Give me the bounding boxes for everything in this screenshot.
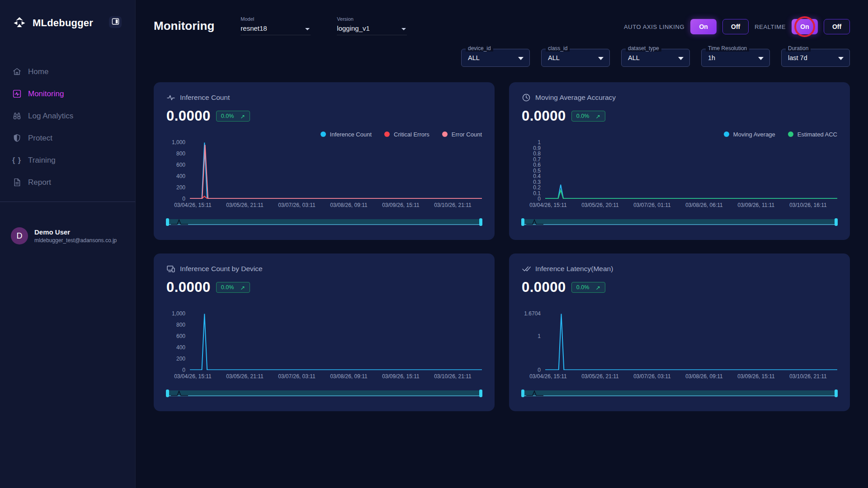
y-axis-tick: 1,000: [172, 139, 185, 145]
slider-handle-left[interactable]: [166, 389, 169, 397]
legend-label: Moving Average: [733, 131, 775, 138]
filter-select-dataset-type[interactable]: dataset_typeALL: [621, 49, 690, 67]
sidebar-item-label: Log Analytics: [28, 112, 73, 121]
avatar: D: [11, 227, 28, 244]
sidebar-item-label: Home: [28, 67, 48, 76]
legend-item-error-count[interactable]: Error Count: [442, 131, 482, 138]
legend-item-critical-errors[interactable]: Critical Errors: [384, 131, 429, 138]
filter-select-device-id[interactable]: device_idALL: [461, 49, 530, 67]
delta-badge: 0.0%↗: [571, 111, 605, 122]
x-axis-tick: 03/08/26, 09:11: [685, 373, 723, 380]
x-axis-tick: 03/07/26, 03:11: [278, 202, 316, 208]
sidebar-item-label: Monitoring: [28, 89, 64, 99]
slider-handle-right[interactable]: [479, 389, 482, 397]
slider-minimap-sparkline: [526, 390, 544, 396]
slider-handle-right[interactable]: [835, 218, 838, 226]
y-axis-tick: 600: [176, 162, 185, 168]
slider-handle-right[interactable]: [835, 389, 838, 397]
filter-label: dataset_type: [626, 45, 661, 52]
slider-track[interactable]: [166, 390, 482, 396]
app-root: MLdebugger HomeMonitoringLog AnalyticsPr…: [0, 0, 868, 488]
delta-value: 0.0%: [221, 113, 234, 119]
chevron-down-icon: [758, 57, 764, 60]
auto-axis-linking-off-button[interactable]: Off: [722, 19, 749, 34]
sidebar-item-home[interactable]: Home: [0, 61, 135, 83]
shield-icon: [12, 133, 22, 143]
realtime-on-button[interactable]: On: [792, 19, 818, 34]
sidebar-item-training[interactable]: { }Training: [0, 149, 135, 171]
chart-plot: [190, 314, 482, 370]
filter-label: Duration: [786, 45, 811, 52]
filter-bar: device_idALLclass_idALLdataset_typeALLTi…: [154, 49, 850, 67]
legend-item-inference-count[interactable]: Inference Count: [321, 131, 372, 138]
page-title: Monitoring: [154, 19, 214, 33]
legend-label: Critical Errors: [394, 131, 429, 138]
version-select[interactable]: Version logging_v1: [337, 16, 407, 35]
x-axis-tick: 03/10/26, 21:11: [434, 373, 472, 380]
y-axis-tick: 600: [176, 333, 185, 339]
y-axis-tick: 1.6704: [524, 310, 541, 317]
line-chart: 1,0008006004002000: [166, 142, 482, 199]
chart-plot: [545, 142, 837, 199]
monitoring-icon: [12, 89, 22, 99]
model-select-label: Model: [241, 16, 311, 22]
realtime-off-button[interactable]: Off: [824, 19, 850, 34]
y-axis-tick: 0: [182, 196, 185, 202]
toggle-controls: AUTO AXIS LINKING On Off REALTIME On Off: [624, 19, 850, 34]
filter-select-class-id[interactable]: class_idALL: [541, 49, 610, 67]
x-axis-tick: 03/05/26, 21:11: [226, 373, 264, 380]
filter-label: device_id: [466, 45, 493, 52]
x-axis-tick: 03/08/26, 09:11: [330, 373, 368, 380]
x-axis-tick: 03/07/26, 03:11: [633, 373, 671, 380]
sidebar-item-report[interactable]: Report: [0, 171, 135, 193]
time-range-slider: [166, 218, 482, 226]
double-check-icon: [522, 264, 531, 273]
chart-legend: [166, 301, 482, 310]
metric-value: 0.0000: [166, 108, 211, 124]
filter-value: ALL: [468, 54, 480, 61]
card-title: Moving Average Accuracy: [535, 94, 616, 102]
legend-label: Estimated ACC: [797, 131, 837, 138]
filter-select-duration[interactable]: Durationlast 7d: [781, 49, 850, 67]
slider-handle-left[interactable]: [166, 218, 169, 226]
top-bar: Monitoring Model resnet18 Version loggin…: [154, 16, 850, 37]
y-axis-tick: 800: [176, 322, 185, 328]
sidebar-item-protect[interactable]: Protect: [0, 127, 135, 149]
slider-handle-right[interactable]: [479, 218, 482, 226]
chart-legend: Moving AverageEstimated ACC: [522, 130, 837, 139]
slider-minimap-sparkline: [526, 219, 544, 225]
sidebar-item-label: Training: [28, 156, 56, 165]
filter-value: last 7d: [788, 54, 807, 61]
auto-axis-linking-on-button[interactable]: On: [690, 19, 717, 34]
model-select[interactable]: Model resnet18: [241, 16, 311, 35]
slider-track[interactable]: [522, 390, 837, 396]
slider-track[interactable]: [166, 219, 482, 225]
y-axis-tick: 1,000: [172, 310, 185, 317]
delta-value: 0.0%: [221, 284, 234, 291]
filter-value: ALL: [628, 54, 640, 61]
user-profile[interactable]: D Demo User mldebugger_test@adansons.co.…: [0, 227, 135, 244]
y-axis-tick: 1: [538, 333, 541, 339]
x-axis-tick: 03/07/26, 03:11: [278, 373, 316, 380]
chevron-down-icon: [305, 28, 310, 30]
x-axis-tick: 03/09/26, 11:11: [738, 202, 775, 208]
charts-grid: Inference Count0.00000.0%↗Inference Coun…: [154, 82, 850, 411]
legend-label: Inference Count: [330, 131, 372, 138]
x-axis-tick: 03/09/26, 15:11: [382, 373, 420, 380]
sidebar-item-label: Report: [28, 178, 51, 187]
slider-handle-left[interactable]: [521, 218, 524, 226]
sidebar-collapse-button[interactable]: [109, 16, 122, 28]
metric-value: 0.0000: [522, 108, 566, 124]
filter-select-time-resolution[interactable]: Time Resolution1h: [701, 49, 770, 67]
sidebar-item-log-analytics[interactable]: Log Analytics: [0, 105, 135, 127]
x-axis: 03/04/26, 15:1103/05/26, 20:1103/07/26, …: [545, 202, 837, 210]
slider-handle-left[interactable]: [521, 389, 524, 397]
card-title: Inference Count: [180, 94, 230, 102]
braces-icon: { }: [12, 155, 22, 165]
legend-item-moving-average[interactable]: Moving Average: [724, 131, 775, 138]
x-axis: 03/04/26, 15:1103/05/26, 21:1103/07/26, …: [190, 202, 482, 210]
sidebar-item-monitoring[interactable]: Monitoring: [0, 83, 135, 105]
slider-track[interactable]: [522, 219, 837, 225]
app-title: MLdebugger: [33, 17, 93, 29]
legend-item-estimated-acc[interactable]: Estimated ACC: [788, 131, 837, 138]
